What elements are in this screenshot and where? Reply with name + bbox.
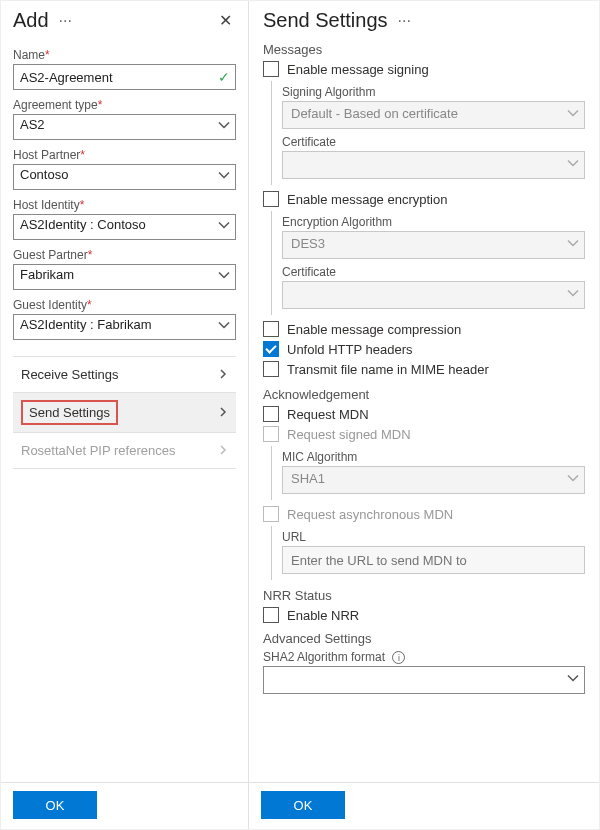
unfold-headers-checkbox[interactable] bbox=[263, 341, 279, 357]
enc-cert-select bbox=[282, 281, 585, 309]
host-identity-label: Host Identity* bbox=[13, 198, 236, 212]
transmit-mime-checkbox[interactable] bbox=[263, 361, 279, 377]
enc-alg-label: Encryption Algorithm bbox=[282, 215, 585, 229]
send-settings-body: Messages Enable message signing Signing … bbox=[249, 32, 599, 782]
mic-alg-select: SHA1 bbox=[282, 466, 585, 494]
signing-cert-select bbox=[282, 151, 585, 179]
close-icon[interactable]: ✕ bbox=[215, 11, 236, 30]
enable-compression-row: Enable message compression bbox=[263, 321, 585, 337]
guest-partner-select[interactable]: Fabrikam bbox=[13, 264, 236, 290]
host-identity-field: Host Identity* AS2Identity : Contoso bbox=[13, 198, 236, 240]
send-settings-header: Send Settings ··· bbox=[249, 1, 599, 32]
agreement-type-field: Agreement type* AS2 bbox=[13, 98, 236, 140]
agreement-type-select[interactable]: AS2 bbox=[13, 114, 236, 140]
signing-cert-label: Certificate bbox=[282, 135, 585, 149]
request-signed-mdn-row: Request signed MDN bbox=[263, 426, 585, 442]
unfold-headers-label: Unfold HTTP headers bbox=[287, 342, 413, 357]
transmit-mime-label: Transmit file name in MIME header bbox=[287, 362, 489, 377]
send-settings-footer: OK bbox=[249, 782, 599, 829]
enc-cert-label: Certificate bbox=[282, 265, 585, 279]
url-label: URL bbox=[282, 530, 585, 544]
nav-receive-settings[interactable]: Receive Settings bbox=[13, 357, 236, 393]
enable-encryption-label: Enable message encryption bbox=[287, 192, 447, 207]
enable-signing-label: Enable message signing bbox=[287, 62, 429, 77]
add-body: Name* ✓ Agreement type* AS2 Host Partner… bbox=[1, 36, 248, 782]
nrr-header: NRR Status bbox=[263, 588, 585, 603]
enable-nrr-row: Enable NRR bbox=[263, 607, 585, 623]
enable-nrr-label: Enable NRR bbox=[287, 608, 359, 623]
add-header: Add ··· ✕ bbox=[1, 1, 248, 36]
more-icon[interactable]: ··· bbox=[59, 13, 72, 29]
enable-signing-row: Enable message signing bbox=[263, 61, 585, 77]
nav-list: Receive Settings Send Settings RosettaNe… bbox=[13, 356, 236, 469]
enc-alg-select: DES3 bbox=[282, 231, 585, 259]
signing-alg-label: Signing Algorithm bbox=[282, 85, 585, 99]
more-icon[interactable]: ··· bbox=[398, 13, 411, 29]
signing-alg-select: Default - Based on certificate bbox=[282, 101, 585, 129]
mic-alg-label: MIC Algorithm bbox=[282, 450, 585, 464]
request-mdn-label: Request MDN bbox=[287, 407, 369, 422]
nav-label: Receive Settings bbox=[21, 367, 119, 382]
transmit-mime-row: Transmit file name in MIME header bbox=[263, 361, 585, 377]
request-signed-mdn-checkbox bbox=[263, 426, 279, 442]
request-mdn-row: Request MDN bbox=[263, 406, 585, 422]
agreement-type-label: Agreement type* bbox=[13, 98, 236, 112]
host-partner-field: Host Partner* Contoso bbox=[13, 148, 236, 190]
encryption-block: Encryption Algorithm DES3 Certificate bbox=[271, 211, 585, 315]
mdn-url-input bbox=[282, 546, 585, 574]
nav-send-settings[interactable]: Send Settings bbox=[13, 393, 236, 433]
guest-identity-select[interactable]: AS2Identity : Fabrikam bbox=[13, 314, 236, 340]
add-footer: OK bbox=[1, 782, 248, 829]
signing-block: Signing Algorithm Default - Based on cer… bbox=[271, 81, 585, 185]
sha2-format-select[interactable] bbox=[263, 666, 585, 694]
chevron-right-icon bbox=[218, 443, 228, 458]
add-panel: Add ··· ✕ Name* ✓ Agreement type* AS2 bbox=[1, 1, 249, 829]
check-icon: ✓ bbox=[218, 69, 230, 85]
app-shell: Add ··· ✕ Name* ✓ Agreement type* AS2 bbox=[0, 0, 600, 830]
nav-rosettanet-pip: RosettaNet PIP references bbox=[13, 433, 236, 469]
nav-label: RosettaNet PIP references bbox=[21, 443, 175, 458]
enable-nrr-checkbox[interactable] bbox=[263, 607, 279, 623]
enable-signing-checkbox[interactable] bbox=[263, 61, 279, 77]
request-async-mdn-label: Request asynchronous MDN bbox=[287, 507, 453, 522]
guest-identity-field: Guest Identity* AS2Identity : Fabrikam bbox=[13, 298, 236, 340]
guest-identity-label: Guest Identity* bbox=[13, 298, 236, 312]
guest-partner-field: Guest Partner* Fabrikam bbox=[13, 248, 236, 290]
info-icon[interactable]: i bbox=[392, 651, 405, 664]
ok-button[interactable]: OK bbox=[13, 791, 97, 819]
enable-compression-checkbox[interactable] bbox=[263, 321, 279, 337]
chevron-right-icon bbox=[218, 367, 228, 382]
unfold-headers-row: Unfold HTTP headers bbox=[263, 341, 585, 357]
request-async-mdn-checkbox bbox=[263, 506, 279, 522]
nav-label: Send Settings bbox=[21, 400, 118, 425]
host-partner-label: Host Partner* bbox=[13, 148, 236, 162]
mic-block: MIC Algorithm SHA1 bbox=[271, 446, 585, 500]
enable-compression-label: Enable message compression bbox=[287, 322, 461, 337]
send-settings-title: Send Settings bbox=[263, 9, 388, 32]
request-mdn-checkbox[interactable] bbox=[263, 406, 279, 422]
url-block: URL bbox=[271, 526, 585, 580]
ok-button[interactable]: OK bbox=[261, 791, 345, 819]
name-input[interactable] bbox=[13, 64, 236, 90]
ack-header: Acknowledgement bbox=[263, 387, 585, 402]
request-async-mdn-row: Request asynchronous MDN bbox=[263, 506, 585, 522]
host-identity-select[interactable]: AS2Identity : Contoso bbox=[13, 214, 236, 240]
enable-encryption-row: Enable message encryption bbox=[263, 191, 585, 207]
host-partner-select[interactable]: Contoso bbox=[13, 164, 236, 190]
guest-partner-label: Guest Partner* bbox=[13, 248, 236, 262]
name-field: Name* ✓ bbox=[13, 48, 236, 90]
chevron-right-icon bbox=[218, 405, 228, 420]
sha2-label: SHA2 Algorithm format i bbox=[263, 650, 585, 664]
add-title: Add bbox=[13, 9, 49, 32]
name-label: Name* bbox=[13, 48, 236, 62]
request-signed-mdn-label: Request signed MDN bbox=[287, 427, 411, 442]
advanced-header: Advanced Settings bbox=[263, 631, 585, 646]
messages-header: Messages bbox=[263, 42, 585, 57]
enable-encryption-checkbox[interactable] bbox=[263, 191, 279, 207]
send-settings-panel: Send Settings ··· Messages Enable messag… bbox=[249, 1, 599, 829]
